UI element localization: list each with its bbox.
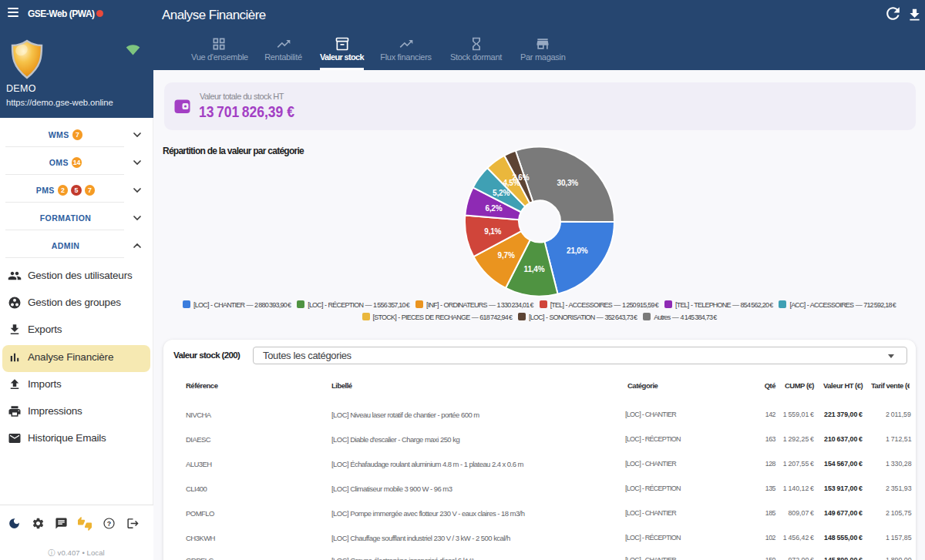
svg-text:9,1%: 9,1% [484,227,501,236]
svg-text:5,2%: 5,2% [493,189,510,197]
svg-text:30,3%: 30,3% [557,179,579,187]
svg-text:21,0%: 21,0% [567,246,588,255]
svg-text:9,7%: 9,7% [498,251,515,260]
svg-text:11,4%: 11,4% [524,265,545,273]
svg-text:2,6%: 2,6% [512,173,529,182]
svg-text:6,2%: 6,2% [485,204,502,213]
svg-text:?: ? [107,520,111,528]
